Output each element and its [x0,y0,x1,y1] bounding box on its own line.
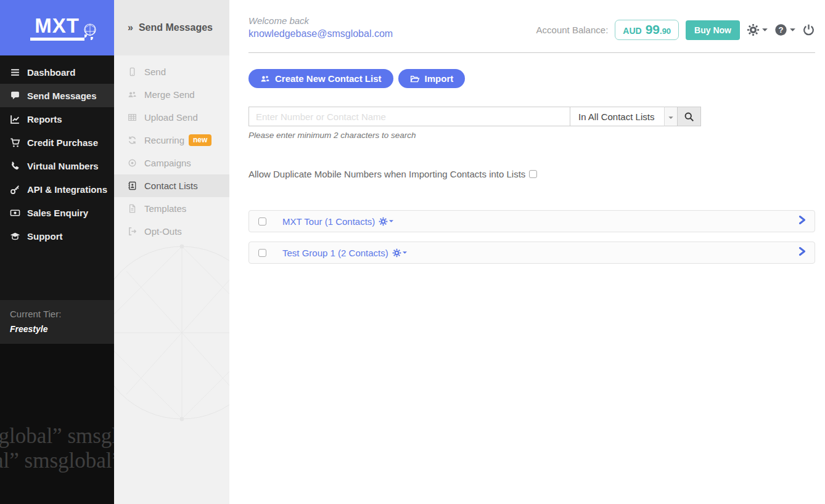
search-icon [684,112,694,122]
mobile-icon [128,67,137,76]
logout-button[interactable] [802,23,815,36]
subnav-header: » Send Messages [114,0,229,55]
power-icon [802,23,815,36]
contact-list-link[interactable]: Test Group 1 (2 Contacts) [282,248,407,258]
sidebar-item-sales-enquiry[interactable]: Sales Enquiry [0,201,114,224]
sidebar-item-support[interactable]: Support [0,224,114,248]
sidebar-item-label: Support [27,231,63,242]
sidebar-item-label: Send Messages [27,91,97,101]
allow-duplicates-row: Allow Duplicate Mobile Numbers when Impo… [248,169,815,179]
subnav-item-label: Opt-Outs [144,226,182,237]
balance-label: Account Balance: [536,25,609,35]
main-content: Welcome back knowledgebase@smsglobal.com… [229,0,825,504]
import-button[interactable]: Import [398,69,466,88]
folder-open-icon [410,74,420,84]
sidebar-item-label: Virtual Numbers [27,161,99,171]
key-icon [10,184,20,195]
list-settings-menu[interactable] [392,248,407,258]
list-settings-menu[interactable] [379,217,393,226]
settings-menu[interactable] [747,23,768,36]
allow-duplicates-label: Allow Duplicate Mobile Numbers when Impo… [248,169,525,179]
subnav-item-upload-send[interactable]: Upload Send [114,106,229,129]
sidebar-item-label: Credit Purchase [27,137,98,148]
main-header: Welcome back knowledgebase@smsglobal.com… [248,0,815,40]
subnav-item-templates[interactable]: Templates [114,197,229,220]
subnav-item-campaigns[interactable]: Campaigns [114,152,229,174]
sign-out-icon [128,227,137,236]
subnav-item-recurring[interactable]: Recurring new [114,129,229,152]
search-scope-select[interactable]: In All Contact Lists [570,107,665,126]
row-checkbox[interactable] [258,249,266,257]
users-icon [128,90,137,99]
contact-list-link[interactable]: MXT Tour (1 Contacts) [282,216,393,227]
search-button[interactable] [678,107,701,126]
balance-currency: AUD [623,26,641,36]
chevron-right-icon[interactable] [798,247,806,258]
subnav-item-label: Campaigns [144,158,191,168]
subnav-item-label: Templates [144,203,186,214]
contact-list-name: MXT Tour (1 Contacts) [282,216,375,227]
tier-label: Current Tier: [10,309,104,319]
search-hint: Please enter minimum 2 characters to sea… [248,131,815,140]
chevron-right-icon[interactable] [798,216,806,227]
subnav-item-opt-outs[interactable]: Opt-Outs [114,220,229,243]
money-icon [10,208,20,218]
double-chevron-icon: » [128,22,134,33]
gear-icon [747,23,760,36]
new-badge: new [189,134,211,146]
row-checkbox[interactable] [258,217,266,226]
contact-search-bar: In All Contact Lists [248,107,702,126]
refresh-icon [128,136,137,145]
allow-duplicates-checkbox[interactable] [529,170,537,178]
contact-list-name: Test Group 1 (2 Contacts) [282,248,388,258]
scope-caret-button[interactable] [664,107,678,126]
sidebar-item-reports[interactable]: Reports [0,107,114,131]
logo-globe-icon [77,22,98,46]
subnav-title: Send Messages [139,22,213,33]
phone-icon [10,161,20,171]
subnav-item-label: Send [144,67,166,77]
sidebar-item-virtual-numbers[interactable]: Virtual Numbers [0,154,114,177]
contact-lists: MXT Tour (1 Contacts) Test Group 1 (2 Co… [248,210,815,264]
sidebar-item-api-integrations[interactable]: API & Integrations [0,177,114,201]
current-tier-panel: Current Tier: Freestyle [0,300,114,344]
caret-down-icon [403,251,407,254]
smsglobal-watermark: sglobal” smsglob al” smsglobal” sm [0,424,114,474]
chart-line-icon [10,114,20,124]
sidebar-item-label: Reports [27,114,62,124]
primary-nav: Dashboard Send Messages Reports Credit P… [0,55,114,248]
sidebar-item-credit-purchase[interactable]: Credit Purchase [0,131,114,154]
create-contact-list-button[interactable]: Create New Contact List [248,69,393,88]
contact-list-row[interactable]: MXT Tour (1 Contacts) [248,210,815,232]
subnav-item-label: Upload Send [144,112,198,123]
create-contact-list-label: Create New Contact List [275,73,382,84]
comment-icon [10,91,20,101]
sidebar-item-label: Sales Enquiry [27,208,88,218]
help-menu[interactable]: ? [774,23,795,36]
subnav-item-label: Contact Lists [144,181,198,191]
question-circle-icon: ? [774,23,787,36]
svg-text:?: ? [778,25,783,35]
subnav-item-merge-send[interactable]: Merge Send [114,83,229,106]
sidebar-item-send-messages[interactable]: Send Messages [0,84,114,107]
logo-text: MXT [30,15,84,36]
sidebar-item-dashboard[interactable]: Dashboard [0,60,114,84]
users-icon [260,74,270,84]
welcome-text: Welcome back [248,15,393,26]
file-icon [128,204,137,213]
sidebar-item-label: Dashboard [27,67,75,78]
sidebar-item-label: API & Integrations [27,184,107,195]
subnav-item-contact-lists[interactable]: Contact Lists [114,174,229,197]
sidebar-bottom: sglobal” smsglob al” smsglobal” sm [0,344,114,504]
account-email-link[interactable]: knowledgebase@smsglobal.com [248,28,393,39]
buy-now-button[interactable]: Buy Now [686,20,740,40]
logo[interactable]: MXT [0,0,114,55]
caret-down-icon [762,28,768,32]
contact-list-row[interactable]: Test Group 1 (2 Contacts) [248,242,815,264]
search-input[interactable] [248,107,570,126]
subnav-item-send[interactable]: Send [114,60,229,83]
subnav-item-label: Recurring [144,135,184,145]
bars-icon [10,67,20,78]
address-book-icon [128,181,137,190]
subnav-item-label: Merge Send [144,89,195,100]
